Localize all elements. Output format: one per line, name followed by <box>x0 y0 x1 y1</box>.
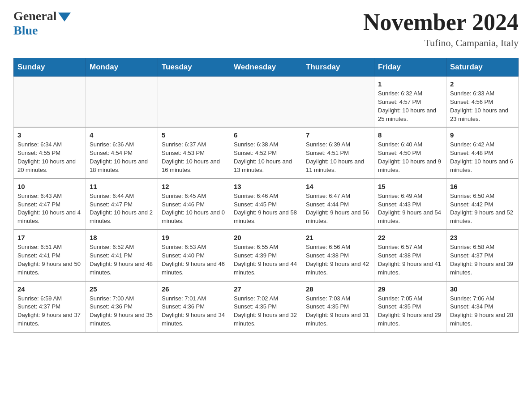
day-info: Sunrise: 7:06 AMSunset: 4:34 PMDaylight:… <box>450 295 515 328</box>
calendar-cell: 15Sunrise: 6:49 AMSunset: 4:43 PMDayligh… <box>374 179 446 230</box>
day-info: Sunrise: 6:38 AMSunset: 4:52 PMDaylight:… <box>234 141 298 174</box>
day-number: 28 <box>306 285 370 293</box>
day-number: 23 <box>450 234 515 241</box>
day-number: 13 <box>234 183 298 190</box>
day-info: Sunrise: 7:00 AMSunset: 4:36 PMDaylight:… <box>90 295 154 328</box>
day-number: 9 <box>450 131 515 139</box>
day-of-week-sunday: Sunday <box>14 58 86 77</box>
day-number: 17 <box>17 234 82 241</box>
day-info: Sunrise: 6:58 AMSunset: 4:37 PMDaylight:… <box>450 243 515 277</box>
page-header: General Blue November 2024 Tufino, Campa… <box>13 9 519 49</box>
calendar-cell: 14Sunrise: 6:47 AMSunset: 4:44 PMDayligh… <box>302 179 374 230</box>
calendar-cell: 4Sunrise: 6:36 AMSunset: 4:54 PMDaylight… <box>86 127 158 178</box>
day-number: 4 <box>90 131 154 139</box>
logo-general-text: General <box>13 9 56 23</box>
calendar-cell: 17Sunrise: 6:51 AMSunset: 4:41 PMDayligh… <box>14 230 86 281</box>
calendar-cell: 23Sunrise: 6:58 AMSunset: 4:37 PMDayligh… <box>446 230 519 281</box>
day-info: Sunrise: 6:51 AMSunset: 4:41 PMDaylight:… <box>17 243 82 277</box>
day-number: 3 <box>17 131 82 139</box>
day-info: Sunrise: 6:36 AMSunset: 4:54 PMDaylight:… <box>90 141 154 174</box>
calendar-cell: 16Sunrise: 6:50 AMSunset: 4:42 PMDayligh… <box>446 179 519 230</box>
calendar-cell: 12Sunrise: 6:45 AMSunset: 4:46 PMDayligh… <box>158 179 230 230</box>
day-number: 21 <box>306 234 370 241</box>
day-number: 29 <box>378 285 442 293</box>
day-number: 24 <box>17 285 82 293</box>
day-info: Sunrise: 6:57 AMSunset: 4:38 PMDaylight:… <box>378 243 442 277</box>
calendar-header: SundayMondayTuesdayWednesdayThursdayFrid… <box>14 58 519 77</box>
calendar-cell: 3Sunrise: 6:34 AMSunset: 4:55 PMDaylight… <box>14 127 86 178</box>
day-number: 15 <box>378 183 442 190</box>
calendar-cell <box>230 77 302 128</box>
day-info: Sunrise: 6:37 AMSunset: 4:53 PMDaylight:… <box>162 141 226 174</box>
day-info: Sunrise: 6:56 AMSunset: 4:38 PMDaylight:… <box>306 243 370 277</box>
day-of-week-saturday: Saturday <box>446 58 519 77</box>
logo-blue-text: Blue <box>13 23 38 38</box>
day-number: 27 <box>234 285 298 293</box>
day-info: Sunrise: 6:32 AMSunset: 4:57 PMDaylight:… <box>378 90 442 123</box>
calendar-cell <box>158 77 230 128</box>
day-number: 18 <box>90 234 154 241</box>
day-info: Sunrise: 7:03 AMSunset: 4:35 PMDaylight:… <box>306 295 370 328</box>
calendar-cell: 8Sunrise: 6:40 AMSunset: 4:50 PMDaylight… <box>374 127 446 178</box>
calendar-cell: 1Sunrise: 6:32 AMSunset: 4:57 PMDaylight… <box>374 77 446 128</box>
calendar-cell: 25Sunrise: 7:00 AMSunset: 4:36 PMDayligh… <box>86 281 158 332</box>
day-number: 22 <box>378 234 442 241</box>
day-number: 1 <box>378 80 442 88</box>
day-number: 14 <box>306 183 370 190</box>
day-of-week-friday: Friday <box>374 58 446 77</box>
calendar-cell: 20Sunrise: 6:55 AMSunset: 4:39 PMDayligh… <box>230 230 302 281</box>
day-info: Sunrise: 6:42 AMSunset: 4:48 PMDaylight:… <box>450 141 515 174</box>
day-info: Sunrise: 6:52 AMSunset: 4:41 PMDaylight:… <box>90 243 154 277</box>
day-of-week-wednesday: Wednesday <box>230 58 302 77</box>
day-of-week-tuesday: Tuesday <box>158 58 230 77</box>
day-number: 8 <box>378 131 442 139</box>
day-number: 7 <box>306 131 370 139</box>
calendar-cell: 13Sunrise: 6:46 AMSunset: 4:45 PMDayligh… <box>230 179 302 230</box>
day-number: 2 <box>450 80 515 88</box>
calendar-cell: 2Sunrise: 6:33 AMSunset: 4:56 PMDaylight… <box>446 77 519 128</box>
calendar-cell: 7Sunrise: 6:39 AMSunset: 4:51 PMDaylight… <box>302 127 374 178</box>
month-title: November 2024 <box>363 9 519 35</box>
day-info: Sunrise: 6:33 AMSunset: 4:56 PMDaylight:… <box>450 90 515 123</box>
calendar-cell: 19Sunrise: 6:53 AMSunset: 4:40 PMDayligh… <box>158 230 230 281</box>
calendar-cell: 27Sunrise: 7:02 AMSunset: 4:35 PMDayligh… <box>230 281 302 332</box>
calendar-cell <box>14 77 86 128</box>
day-info: Sunrise: 7:02 AMSunset: 4:35 PMDaylight:… <box>234 295 298 328</box>
day-number: 6 <box>234 131 298 139</box>
calendar-cell: 24Sunrise: 6:59 AMSunset: 4:37 PMDayligh… <box>14 281 86 332</box>
day-info: Sunrise: 6:53 AMSunset: 4:40 PMDaylight:… <box>162 243 226 277</box>
week-row-3: 10Sunrise: 6:43 AMSunset: 4:47 PMDayligh… <box>14 179 519 230</box>
day-number: 26 <box>162 285 226 293</box>
day-number: 12 <box>162 183 226 190</box>
calendar-cell: 11Sunrise: 6:44 AMSunset: 4:47 PMDayligh… <box>86 179 158 230</box>
calendar-cell: 10Sunrise: 6:43 AMSunset: 4:47 PMDayligh… <box>14 179 86 230</box>
day-info: Sunrise: 6:55 AMSunset: 4:39 PMDaylight:… <box>234 243 298 277</box>
logo-arrow-icon <box>58 13 71 21</box>
day-info: Sunrise: 7:05 AMSunset: 4:35 PMDaylight:… <box>378 295 442 328</box>
day-number: 19 <box>162 234 226 241</box>
day-info: Sunrise: 6:50 AMSunset: 4:42 PMDaylight:… <box>450 192 515 226</box>
calendar-table: SundayMondayTuesdayWednesdayThursdayFrid… <box>13 58 519 333</box>
calendar-cell: 21Sunrise: 6:56 AMSunset: 4:38 PMDayligh… <box>302 230 374 281</box>
day-number: 16 <box>450 183 515 190</box>
calendar-cell: 28Sunrise: 7:03 AMSunset: 4:35 PMDayligh… <box>302 281 374 332</box>
calendar-cell <box>86 77 158 128</box>
calendar-body: 1Sunrise: 6:32 AMSunset: 4:57 PMDaylight… <box>14 77 519 332</box>
day-info: Sunrise: 6:40 AMSunset: 4:50 PMDaylight:… <box>378 141 442 174</box>
week-row-2: 3Sunrise: 6:34 AMSunset: 4:55 PMDaylight… <box>14 127 519 178</box>
calendar-cell: 6Sunrise: 6:38 AMSunset: 4:52 PMDaylight… <box>230 127 302 178</box>
title-block: November 2024 Tufino, Campania, Italy <box>363 9 519 49</box>
calendar-cell: 5Sunrise: 6:37 AMSunset: 4:53 PMDaylight… <box>158 127 230 178</box>
day-number: 25 <box>90 285 154 293</box>
day-info: Sunrise: 7:01 AMSunset: 4:36 PMDaylight:… <box>162 295 226 328</box>
day-info: Sunrise: 6:47 AMSunset: 4:44 PMDaylight:… <box>306 192 370 226</box>
calendar-cell: 30Sunrise: 7:06 AMSunset: 4:34 PMDayligh… <box>446 281 519 332</box>
calendar-cell: 18Sunrise: 6:52 AMSunset: 4:41 PMDayligh… <box>86 230 158 281</box>
day-info: Sunrise: 6:34 AMSunset: 4:55 PMDaylight:… <box>17 141 82 174</box>
day-number: 20 <box>234 234 298 241</box>
day-info: Sunrise: 6:45 AMSunset: 4:46 PMDaylight:… <box>162 192 226 226</box>
day-of-week-monday: Monday <box>86 58 158 77</box>
day-info: Sunrise: 6:43 AMSunset: 4:47 PMDaylight:… <box>17 192 82 226</box>
day-info: Sunrise: 6:46 AMSunset: 4:45 PMDaylight:… <box>234 192 298 226</box>
day-number: 30 <box>450 285 515 293</box>
